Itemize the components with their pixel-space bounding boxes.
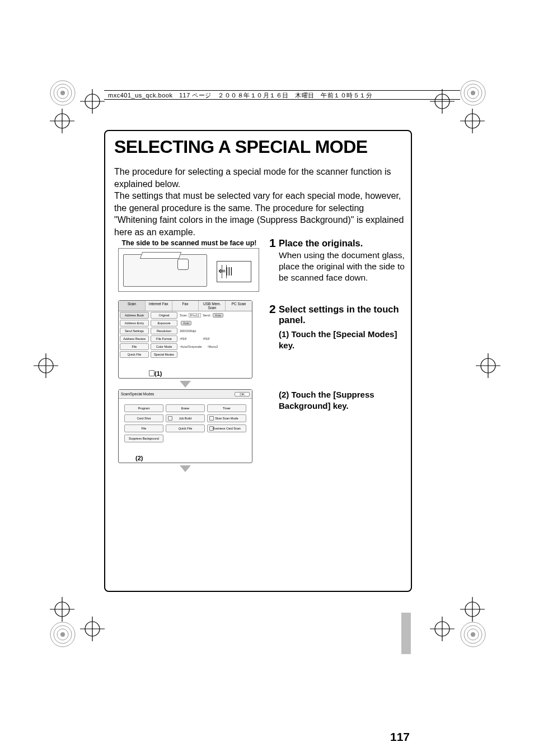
setting-resolution[interactable]: Resolution [151, 328, 177, 334]
tab-scan[interactable]: Scan [119, 301, 146, 311]
setting-original[interactable]: Original [151, 312, 177, 319]
crosshair-icon [430, 89, 455, 114]
btn-job-build[interactable]: Job Build [166, 414, 205, 422]
header-rule [104, 90, 460, 91]
crosshair-icon [460, 597, 485, 622]
setting-special-modes[interactable]: Special Modes [151, 351, 177, 358]
header-rule [104, 99, 460, 100]
touch-panel-special-modes: Scan/Special Modes OK Program Erase Time… [118, 389, 252, 463]
ok-button[interactable]: OK [235, 392, 250, 396]
setting-exposure[interactable]: Exposure [151, 320, 177, 326]
registration-mark-icon [49, 80, 76, 106]
crosshair-icon [50, 597, 74, 622]
step-title: Place the originals. [279, 238, 363, 249]
registration-mark-icon [460, 80, 486, 106]
sidebar-file[interactable]: File [120, 343, 149, 350]
btn-card-shot[interactable]: Card Shot [124, 414, 163, 422]
page-number: 117 [390, 730, 410, 744]
btn-program[interactable]: Program [124, 404, 163, 412]
substep-1: (1) Touch the [Special Modes] key. [279, 329, 407, 351]
svg-point-15 [471, 632, 475, 637]
crosshair-icon [80, 617, 105, 641]
btn-quick-file[interactable]: Quick File [166, 424, 205, 432]
tab-pcscan[interactable]: PC Scan [226, 301, 252, 311]
svg-point-11 [60, 632, 65, 637]
setting-color-mode[interactable]: Color Mode [151, 343, 177, 350]
btn-timer[interactable]: Timer [207, 404, 246, 412]
btn-slow-scan[interactable]: Slow Scan Mode [207, 414, 246, 422]
step-body: When using the document glass, place the… [279, 250, 407, 283]
tab-ifax[interactable]: Internet Fax [146, 301, 172, 311]
faceup-caption: The side to be scanned must be face up! [117, 239, 261, 247]
btn-suppress-background[interactable]: Suppress Background [124, 435, 163, 442]
btn-business-card[interactable]: Business Card Scan [207, 424, 246, 432]
panel-title: Scan/Special Modes [121, 392, 154, 396]
crosshair-icon [460, 109, 485, 133]
tab-usb[interactable]: USB Mem. Scan [199, 301, 226, 311]
step-number: 2 [269, 302, 276, 316]
crosshair-icon [50, 109, 74, 133]
callout-2: (2) [135, 455, 143, 461]
scanner-figure: ⇐||| [118, 248, 259, 292]
crosshair-icon [430, 617, 455, 641]
page-title: SELECTING A SPECIAL MODE [114, 137, 368, 157]
card-icon [209, 426, 214, 431]
registration-mark-icon [49, 621, 76, 648]
tab-fax[interactable]: Fax [172, 301, 199, 311]
crosshair-icon [80, 89, 105, 114]
step-title: Select settings in the touch panel. [279, 304, 407, 325]
sidebar-address-review[interactable]: Address Review [120, 335, 149, 342]
intro-text: The procedure for selecting a special mo… [114, 166, 405, 239]
preview-icon [149, 370, 154, 376]
section-tab [401, 613, 411, 654]
down-arrow-icon [118, 464, 252, 474]
btn-file[interactable]: File [124, 424, 163, 432]
sidebar-address-book[interactable]: Address Book [120, 312, 149, 319]
callout-1: (1) [154, 370, 162, 377]
sidebar-quick-file[interactable]: Quick File [120, 351, 149, 358]
slow-scan-icon [209, 416, 214, 421]
crosshair-icon [476, 353, 500, 378]
crosshair-icon [34, 353, 58, 378]
setting-file-format[interactable]: File Format [151, 335, 177, 342]
touch-panel-main: Scan Internet Fax Fax USB Mem. Scan PC S… [118, 300, 252, 379]
step-number: 1 [269, 236, 276, 250]
down-arrow-icon [118, 380, 252, 390]
header-text: mxc401_us_qck.book 117 ページ ２００８年１０月１６日 木… [108, 91, 372, 100]
sidebar-send-settings[interactable]: Send Settings [120, 328, 149, 334]
registration-mark-icon [460, 621, 486, 648]
btn-erase[interactable]: Erase [166, 404, 205, 412]
job-build-icon [168, 416, 172, 421]
svg-point-3 [60, 91, 65, 95]
substep-2: (2) Touch the [Suppress Background] key. [279, 389, 407, 411]
sidebar-address-entry[interactable]: Address Entry [120, 320, 149, 326]
svg-point-7 [471, 91, 475, 95]
